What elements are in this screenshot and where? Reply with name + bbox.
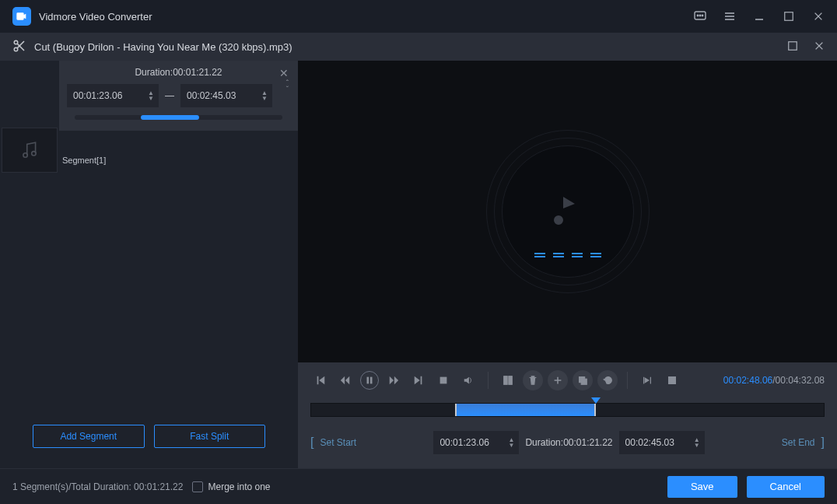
start-down-icon[interactable]: ▼ [148,96,154,101]
svg-rect-8 [785,12,793,21]
undo-icon[interactable] [597,370,618,390]
svg-point-2 [699,15,700,16]
svg-point-12 [14,47,18,51]
playhead-marker[interactable] [591,397,601,404]
cut-header: Cut (Bugoy Drilon - Having You Near Me (… [0,33,837,61]
set-end-button[interactable]: Set End [782,437,815,448]
merge-label: Merge into one [208,481,270,492]
add-segment-button[interactable]: Add Segment [33,425,145,448]
footer: 1 Segment(s)/Total Duration: 00:01:21.22… [0,468,837,504]
range-start-input[interactable]: ▲▼ [433,431,519,454]
copy-segment-icon[interactable] [498,370,518,390]
volume-icon[interactable] [458,370,478,390]
cut-close-icon[interactable] [814,40,825,54]
delete-icon[interactable] [523,370,543,390]
svg-rect-29 [669,377,676,384]
cancel-button[interactable]: Cancel [747,476,825,498]
scissors-icon [12,39,26,55]
play-in-icon[interactable] [637,370,657,390]
svg-point-3 [702,15,702,16]
segment-thumbnail[interactable] [2,128,58,173]
forward-icon[interactable] [383,370,404,390]
playback-time: 00:02:48.06/00:04:32.08 [723,375,825,386]
skip-start-icon[interactable] [310,370,331,390]
add-icon[interactable] [548,370,568,390]
preview-area [298,61,837,362]
duration-label: Duration:00:01:21.22 [135,67,222,78]
rstart-down-icon[interactable]: ▼ [509,443,515,448]
play-out-icon[interactable] [662,370,682,390]
menu-icon[interactable] [723,10,736,23]
skip-end-icon[interactable] [408,370,429,390]
segment-tab-label[interactable]: Segment[1] [59,156,298,165]
pause-button[interactable] [360,371,379,390]
segment-remove-icon[interactable]: ✕ [279,67,289,79]
timeline-selection[interactable] [455,404,597,416]
app-title: Vidmore Video Converter [39,11,686,23]
svg-point-11 [14,40,18,44]
svg-rect-23 [504,376,507,385]
close-icon[interactable] [812,10,825,23]
end-down-icon[interactable]: ▼ [261,96,268,101]
cut-maximize-icon[interactable] [787,40,798,54]
bracket-end-icon[interactable]: ] [821,436,825,450]
segment-mini-track[interactable] [75,115,282,120]
set-start-button[interactable]: Set Start [320,437,356,448]
duplicate-icon[interactable] [573,370,593,390]
save-button[interactable]: Save [667,476,737,498]
merge-checkbox[interactable]: Merge into one [192,481,270,492]
fast-split-button[interactable]: Fast Split [154,425,266,448]
svg-rect-20 [367,377,369,384]
bracket-start-icon[interactable]: [ [310,436,313,450]
range-controls: [ Set Start ▲▼ Duration:00:01:21.22 ▲▼ S… [298,425,837,468]
segment-end-input[interactable]: ▲▼ [180,84,272,107]
segment-panel: Duration:00:01:21.22 ✕ ˆ ˇ ▲▼ — ▲ [59,61,298,131]
svg-rect-22 [440,377,447,384]
svg-rect-15 [789,41,797,50]
svg-rect-24 [509,376,512,385]
playback-controls: 00:02:48.06/00:04:32.08 [298,362,837,398]
cut-file-title: Cut (Bugoy Drilon - Having You Near Me (… [34,41,779,53]
stop-icon[interactable] [433,370,454,390]
rend-down-icon[interactable]: ▼ [694,443,700,448]
maximize-icon[interactable] [783,10,795,23]
range-end-input[interactable]: ▲▼ [619,431,705,454]
segment-start-input[interactable]: ▲▼ [67,84,159,107]
range-duration: Duration:00:01:21.22 [525,437,612,448]
feedback-icon[interactable] [694,10,706,23]
dash: — [165,90,174,101]
svg-rect-21 [370,377,373,384]
segment-down-icon[interactable]: ˇ [286,87,289,93]
segment-sidebar: Duration:00:01:21.22 ✕ ˆ ˇ ▲▼ — ▲ [0,61,298,468]
rewind-icon[interactable] [335,370,355,390]
title-bar: Vidmore Video Converter [0,0,837,33]
equalizer-icon [534,253,601,257]
segment-count-status: 1 Segment(s)/Total Duration: 00:01:21.22 [12,481,183,492]
timeline[interactable] [298,398,837,425]
svg-point-19 [32,152,36,156]
svg-point-18 [23,153,27,157]
app-logo [12,7,31,26]
minimize-icon[interactable] [753,10,765,23]
svg-rect-28 [581,379,587,384]
svg-point-1 [697,15,698,16]
music-note-icon [554,191,582,233]
audio-disc [486,130,650,293]
